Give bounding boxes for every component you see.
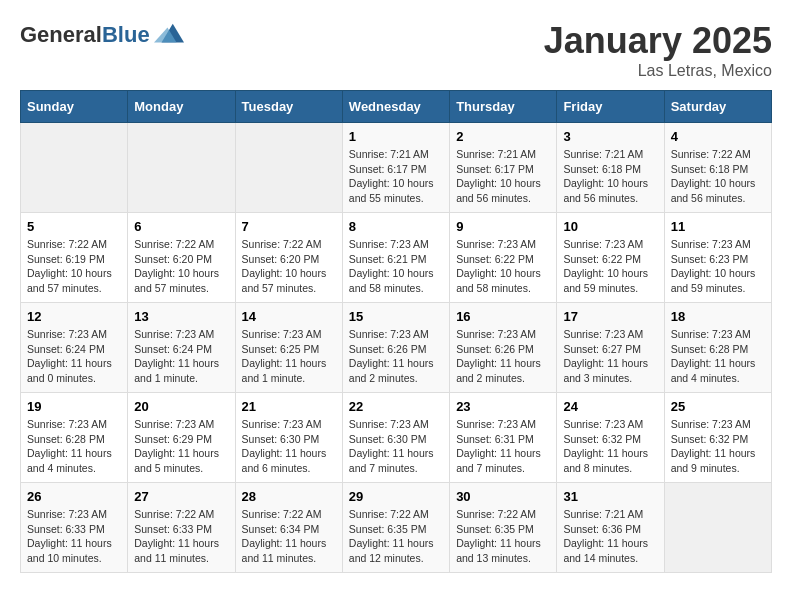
day-number: 19 [27,399,121,414]
day-info: Sunrise: 7:22 AM Sunset: 6:35 PM Dayligh… [349,507,443,566]
day-info: Sunrise: 7:23 AM Sunset: 6:32 PM Dayligh… [671,417,765,476]
calendar-cell: 15Sunrise: 7:23 AM Sunset: 6:26 PM Dayli… [342,303,449,393]
calendar-cell: 29Sunrise: 7:22 AM Sunset: 6:35 PM Dayli… [342,483,449,573]
day-number: 18 [671,309,765,324]
logo-general: General [20,22,102,47]
day-of-week-wednesday: Wednesday [342,91,449,123]
week-row-2: 5Sunrise: 7:22 AM Sunset: 6:19 PM Daylig… [21,213,772,303]
day-of-week-sunday: Sunday [21,91,128,123]
calendar-cell: 10Sunrise: 7:23 AM Sunset: 6:22 PM Dayli… [557,213,664,303]
day-info: Sunrise: 7:21 AM Sunset: 6:17 PM Dayligh… [349,147,443,206]
title-block: January 2025 Las Letras, Mexico [544,20,772,80]
day-number: 30 [456,489,550,504]
day-number: 3 [563,129,657,144]
day-number: 29 [349,489,443,504]
day-info: Sunrise: 7:23 AM Sunset: 6:26 PM Dayligh… [456,327,550,386]
day-info: Sunrise: 7:22 AM Sunset: 6:20 PM Dayligh… [134,237,228,296]
day-number: 10 [563,219,657,234]
day-number: 11 [671,219,765,234]
day-info: Sunrise: 7:22 AM Sunset: 6:19 PM Dayligh… [27,237,121,296]
day-number: 28 [242,489,336,504]
day-number: 21 [242,399,336,414]
logo-icon [154,20,184,50]
calendar-cell [128,123,235,213]
day-of-week-tuesday: Tuesday [235,91,342,123]
day-info: Sunrise: 7:23 AM Sunset: 6:28 PM Dayligh… [671,327,765,386]
calendar-cell: 4Sunrise: 7:22 AM Sunset: 6:18 PM Daylig… [664,123,771,213]
day-info: Sunrise: 7:23 AM Sunset: 6:32 PM Dayligh… [563,417,657,476]
week-row-3: 12Sunrise: 7:23 AM Sunset: 6:24 PM Dayli… [21,303,772,393]
day-number: 14 [242,309,336,324]
day-number: 17 [563,309,657,324]
calendar-cell: 8Sunrise: 7:23 AM Sunset: 6:21 PM Daylig… [342,213,449,303]
logo: GeneralBlue [20,20,184,50]
main-title: January 2025 [544,20,772,62]
day-number: 15 [349,309,443,324]
calendar-cell: 2Sunrise: 7:21 AM Sunset: 6:17 PM Daylig… [450,123,557,213]
day-number: 23 [456,399,550,414]
day-number: 16 [456,309,550,324]
subtitle: Las Letras, Mexico [544,62,772,80]
day-info: Sunrise: 7:23 AM Sunset: 6:26 PM Dayligh… [349,327,443,386]
day-info: Sunrise: 7:22 AM Sunset: 6:33 PM Dayligh… [134,507,228,566]
day-info: Sunrise: 7:21 AM Sunset: 6:17 PM Dayligh… [456,147,550,206]
day-of-week-saturday: Saturday [664,91,771,123]
day-info: Sunrise: 7:23 AM Sunset: 6:23 PM Dayligh… [671,237,765,296]
day-of-week-friday: Friday [557,91,664,123]
calendar-cell: 7Sunrise: 7:22 AM Sunset: 6:20 PM Daylig… [235,213,342,303]
day-number: 6 [134,219,228,234]
day-of-week-thursday: Thursday [450,91,557,123]
calendar-cell: 27Sunrise: 7:22 AM Sunset: 6:33 PM Dayli… [128,483,235,573]
calendar-cell: 13Sunrise: 7:23 AM Sunset: 6:24 PM Dayli… [128,303,235,393]
day-number: 12 [27,309,121,324]
day-info: Sunrise: 7:23 AM Sunset: 6:24 PM Dayligh… [134,327,228,386]
day-info: Sunrise: 7:23 AM Sunset: 6:24 PM Dayligh… [27,327,121,386]
week-row-4: 19Sunrise: 7:23 AM Sunset: 6:28 PM Dayli… [21,393,772,483]
calendar-cell: 17Sunrise: 7:23 AM Sunset: 6:27 PM Dayli… [557,303,664,393]
day-number: 4 [671,129,765,144]
day-info: Sunrise: 7:23 AM Sunset: 6:22 PM Dayligh… [456,237,550,296]
calendar-cell: 1Sunrise: 7:21 AM Sunset: 6:17 PM Daylig… [342,123,449,213]
day-number: 22 [349,399,443,414]
week-row-1: 1Sunrise: 7:21 AM Sunset: 6:17 PM Daylig… [21,123,772,213]
days-of-week-row: SundayMondayTuesdayWednesdayThursdayFrid… [21,91,772,123]
calendar-cell: 6Sunrise: 7:22 AM Sunset: 6:20 PM Daylig… [128,213,235,303]
day-info: Sunrise: 7:22 AM Sunset: 6:20 PM Dayligh… [242,237,336,296]
calendar-cell: 23Sunrise: 7:23 AM Sunset: 6:31 PM Dayli… [450,393,557,483]
day-info: Sunrise: 7:22 AM Sunset: 6:34 PM Dayligh… [242,507,336,566]
day-number: 31 [563,489,657,504]
day-number: 20 [134,399,228,414]
day-number: 2 [456,129,550,144]
day-number: 13 [134,309,228,324]
day-info: Sunrise: 7:23 AM Sunset: 6:31 PM Dayligh… [456,417,550,476]
day-number: 27 [134,489,228,504]
day-info: Sunrise: 7:23 AM Sunset: 6:21 PM Dayligh… [349,237,443,296]
day-info: Sunrise: 7:23 AM Sunset: 6:22 PM Dayligh… [563,237,657,296]
day-info: Sunrise: 7:23 AM Sunset: 6:30 PM Dayligh… [349,417,443,476]
day-info: Sunrise: 7:23 AM Sunset: 6:30 PM Dayligh… [242,417,336,476]
day-info: Sunrise: 7:22 AM Sunset: 6:18 PM Dayligh… [671,147,765,206]
day-number: 1 [349,129,443,144]
day-info: Sunrise: 7:23 AM Sunset: 6:29 PM Dayligh… [134,417,228,476]
calendar-table: SundayMondayTuesdayWednesdayThursdayFrid… [20,90,772,573]
calendar-cell: 19Sunrise: 7:23 AM Sunset: 6:28 PM Dayli… [21,393,128,483]
calendar-cell: 3Sunrise: 7:21 AM Sunset: 6:18 PM Daylig… [557,123,664,213]
day-number: 5 [27,219,121,234]
calendar-cell [235,123,342,213]
calendar-cell: 21Sunrise: 7:23 AM Sunset: 6:30 PM Dayli… [235,393,342,483]
calendar-cell: 24Sunrise: 7:23 AM Sunset: 6:32 PM Dayli… [557,393,664,483]
day-number: 26 [27,489,121,504]
calendar-cell: 30Sunrise: 7:22 AM Sunset: 6:35 PM Dayli… [450,483,557,573]
day-number: 25 [671,399,765,414]
day-info: Sunrise: 7:21 AM Sunset: 6:36 PM Dayligh… [563,507,657,566]
calendar-body: 1Sunrise: 7:21 AM Sunset: 6:17 PM Daylig… [21,123,772,573]
calendar-cell: 22Sunrise: 7:23 AM Sunset: 6:30 PM Dayli… [342,393,449,483]
calendar-header: SundayMondayTuesdayWednesdayThursdayFrid… [21,91,772,123]
logo-blue: Blue [102,22,150,47]
page-header: GeneralBlue January 2025 Las Letras, Mex… [20,20,772,80]
calendar-cell: 5Sunrise: 7:22 AM Sunset: 6:19 PM Daylig… [21,213,128,303]
day-info: Sunrise: 7:23 AM Sunset: 6:25 PM Dayligh… [242,327,336,386]
calendar-cell: 18Sunrise: 7:23 AM Sunset: 6:28 PM Dayli… [664,303,771,393]
calendar-cell: 12Sunrise: 7:23 AM Sunset: 6:24 PM Dayli… [21,303,128,393]
week-row-5: 26Sunrise: 7:23 AM Sunset: 6:33 PM Dayli… [21,483,772,573]
